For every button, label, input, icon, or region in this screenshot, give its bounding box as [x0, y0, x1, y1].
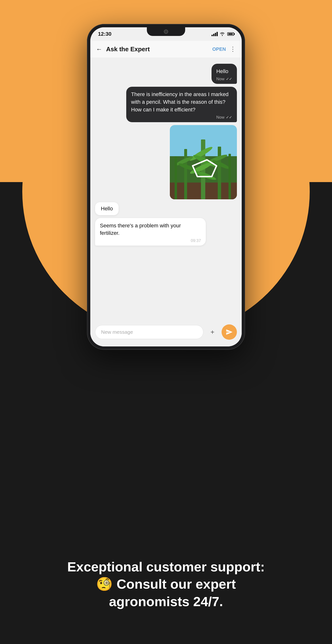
message-image: [170, 125, 237, 199]
message-meta-2: Now ✓✓: [131, 115, 232, 120]
header-title: Ask the Expert: [106, 46, 208, 53]
bottom-text-line1: Exceptional customer support:: [19, 558, 313, 576]
status-icons: [212, 32, 234, 36]
message-row-image: [95, 125, 237, 199]
phone-mockup: 12:30: [87, 24, 245, 350]
notch: [147, 27, 185, 36]
message-bubble-received-hello: Hello: [95, 202, 118, 215]
message-row-received-hello: Hello: [95, 202, 237, 215]
input-bar: New message +: [90, 320, 242, 346]
svg-rect-15: [228, 154, 231, 199]
chat-area: Hello Now ✓✓ There is inefficiency in th…: [90, 58, 242, 320]
attach-button[interactable]: +: [206, 326, 219, 338]
message-meta-1: Now ✓✓: [216, 77, 232, 82]
received-hello-text: Hello: [101, 206, 113, 212]
message-meta-received-1: 09:37: [100, 238, 201, 243]
signal-icon: [212, 32, 218, 36]
svg-rect-11: [218, 146, 221, 199]
send-button[interactable]: [222, 324, 237, 340]
message-check-2: ✓✓: [226, 115, 232, 120]
send-icon: [226, 328, 233, 336]
bottom-text-section: Exceptional customer support: 🧐 Consult …: [0, 558, 332, 610]
message-row-1: Hello Now ✓✓: [95, 64, 237, 84]
message-time-received-1: 09:37: [191, 238, 201, 243]
message-bubble-received-1: Seems there's a problem with your fertil…: [95, 218, 206, 246]
wifi-icon: [220, 32, 225, 36]
phone-body: 12:30: [87, 24, 245, 350]
battery-icon: [227, 32, 234, 36]
header-menu-button[interactable]: ⋮: [230, 46, 236, 53]
back-button[interactable]: ←: [96, 46, 102, 53]
message-bubble-sent-1: Hello Now ✓✓: [212, 64, 237, 84]
corn-field-image: [170, 125, 237, 199]
app-header: ← Ask the Expert OPEN ⋮: [90, 41, 242, 58]
status-bar: 12:30: [90, 27, 242, 41]
message-input[interactable]: New message: [95, 325, 203, 339]
svg-rect-8: [184, 149, 187, 199]
header-status-badge: OPEN: [212, 46, 226, 52]
message-text-2: There is inefficiency in the areas I mar…: [131, 90, 232, 114]
message-row-2: There is inefficiency in the areas I mar…: [95, 87, 237, 122]
bottom-text-line3: agronomists 24/7.: [19, 593, 313, 610]
camera-sensor: [164, 30, 168, 34]
message-row-received-1: Seems there's a problem with your fertil…: [95, 218, 237, 246]
phone-screen: 12:30: [90, 27, 242, 346]
bottom-text-line2: 🧐 Consult our expert: [19, 576, 313, 593]
message-bubble-sent-2: There is inefficiency in the areas I mar…: [126, 87, 237, 122]
status-time: 12:30: [98, 31, 112, 37]
message-text-1: Hello: [216, 68, 232, 75]
svg-rect-14: [174, 156, 177, 199]
message-check-1: ✓✓: [226, 77, 232, 81]
message-text-received-1: Seems there's a problem with your fertil…: [100, 222, 201, 237]
message-time-2: Now: [216, 115, 224, 120]
message-time-1: Now: [216, 77, 224, 82]
input-placeholder: New message: [101, 329, 133, 335]
